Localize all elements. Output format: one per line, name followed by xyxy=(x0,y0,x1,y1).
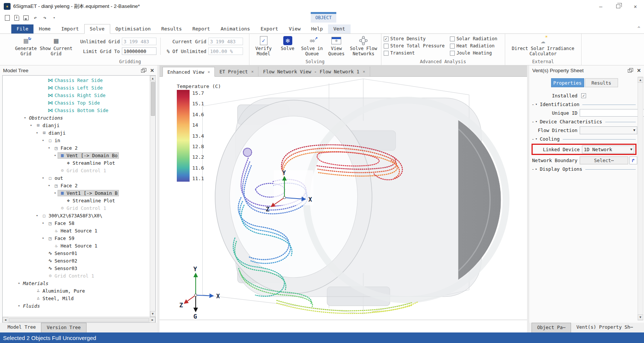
bottom-tab-model-tree[interactable]: Model Tree xyxy=(2,323,41,332)
tree-item[interactable]: ▾☐out xyxy=(3,174,150,182)
tree-item[interactable]: ♨Heat Source 1 xyxy=(3,242,150,249)
tree-item[interactable]: ∴Aluminium, Pure xyxy=(3,287,150,294)
flow-direction-select[interactable]: ▼ xyxy=(580,126,637,134)
tree-vertical-scrollbar[interactable]: ▲ ▼ xyxy=(150,76,155,317)
network-boundary-link-icon[interactable]: ↱ xyxy=(629,156,637,164)
tree-horizontal-scrollbar[interactable]: ◀ ▶ xyxy=(3,317,155,322)
save-icon[interactable] xyxy=(23,15,29,21)
ribbon-tab-export[interactable]: Export xyxy=(255,24,284,33)
minimize-button[interactable]: — xyxy=(592,0,609,13)
ribbon-button-solve-flow-networks[interactable]: Solve Flow Networks xyxy=(348,35,378,57)
enhanced-view-viewport[interactable]: Y X Z Y X Z G xyxy=(159,77,527,320)
ribbon-button-show-current-grid[interactable]: ▦Show Current Grid xyxy=(38,35,74,57)
bottom-tab[interactable]: Object Pa⋯ xyxy=(532,323,571,332)
scroll-up-icon[interactable]: ▲ xyxy=(150,76,156,81)
scroll-left-icon[interactable]: ◀ xyxy=(3,317,8,323)
scroll-up-icon[interactable]: ▲ xyxy=(638,77,643,83)
tree-item[interactable]: ∿Sensor01 xyxy=(3,249,150,257)
ribbon-tab-solve[interactable]: Solve xyxy=(84,24,110,34)
tree-expand-arrow[interactable]: ▾ xyxy=(52,191,58,195)
tree-item[interactable]: ▾Obstructions xyxy=(3,114,150,121)
checkbox-joule-heating[interactable]: Joule Heating xyxy=(450,50,503,56)
ribbon-button-generate-grid[interactable]: ▦↻Generate Grid xyxy=(14,35,38,57)
checkbox-store-density[interactable]: ✓Store Density xyxy=(384,36,448,41)
tab-properties[interactable]: Properties xyxy=(551,78,584,87)
ribbon-tab-vent[interactable]: Vent xyxy=(328,24,350,33)
tree-item[interactable]: ▾◳Face 2 xyxy=(3,144,150,152)
close-panel-icon[interactable]: ✕ xyxy=(637,68,641,73)
tree-item[interactable]: ✥Streamline Plot xyxy=(3,159,150,167)
linked-device-select[interactable]: 1D Network ▼ xyxy=(582,146,634,153)
scroll-thumb[interactable] xyxy=(151,82,155,116)
tree-item[interactable]: ⋈Chassis Top Side xyxy=(3,99,150,106)
network-boundary-select-button[interactable]: Select⋯ xyxy=(580,156,628,164)
limit-grid-to-input[interactable] xyxy=(122,47,156,55)
view-tab-et-project[interactable]: ET Project× xyxy=(215,67,258,76)
tree-item[interactable]: ▾◳Face 59 xyxy=(3,234,150,242)
tree-item[interactable]: ♨Heat Source 1 xyxy=(3,227,150,234)
tree-item[interactable]: ▾Materials xyxy=(3,279,150,287)
tree-item[interactable]: ⋈Chassis Bottom Side xyxy=(3,106,150,114)
tree-item[interactable]: ▾▦Vent1 [-> Domain B xyxy=(3,189,150,197)
close-panel-icon[interactable]: ✕ xyxy=(150,68,154,73)
tree-item[interactable]: ⋈Chassis Right Side xyxy=(3,91,150,99)
ribbon-button-verify-model[interactable]: ✓Verify Model xyxy=(252,35,276,57)
section-cooling[interactable]: -▾ Cooling xyxy=(532,135,637,143)
tree-expand-arrow[interactable]: ▾ xyxy=(16,304,22,308)
view-tab-enhanced-view[interactable]: Enhanced View× xyxy=(163,67,215,77)
tree-item[interactable]: ▾⊞dianji xyxy=(3,129,150,137)
tree-expand-arrow[interactable]: ▾ xyxy=(40,176,46,180)
checkbox-heat-radiation[interactable]: Heat Radiation xyxy=(450,43,503,49)
ribbon-tab-import[interactable]: Import xyxy=(56,24,84,33)
tree-item[interactable]: ⚙Grid Control 1 xyxy=(3,272,150,279)
checkbox-store-total-pressure[interactable]: Store Total Pressure xyxy=(384,43,448,49)
view-tab-flow-network-view---flow-network-1[interactable]: Flow Network View - Flow Network 1× xyxy=(258,67,370,76)
ribbon-tab-help[interactable]: Help xyxy=(306,24,328,33)
redo-icon[interactable]: ↷ xyxy=(41,15,48,21)
scroll-down-icon[interactable]: ▼ xyxy=(638,314,643,320)
ribbon-tab-animations[interactable]: Animations xyxy=(215,24,255,33)
hscroll-thumb[interactable] xyxy=(9,318,149,322)
unique-id-input[interactable] xyxy=(580,109,644,117)
qat-dropdown-icon[interactable]: ▾ xyxy=(51,15,58,21)
tree-item[interactable]: ⋈Chassis Rear Side xyxy=(3,76,150,84)
tree-expand-arrow[interactable]: ▾ xyxy=(22,116,28,120)
section-identification[interactable]: -▾ Identification xyxy=(532,100,637,108)
tree-expand-arrow[interactable]: ▾ xyxy=(40,236,46,240)
tree-expand-arrow[interactable]: ▾ xyxy=(16,281,22,285)
tree-item[interactable]: ▾▦Vent [-> Domain Bo xyxy=(3,152,150,159)
tree-item[interactable]: ∴Steel, Mild xyxy=(3,294,150,302)
ribbon-tab-results[interactable]: Results xyxy=(156,24,187,33)
tree-expand-arrow[interactable]: ▾ xyxy=(40,138,46,142)
tree-item[interactable]: ⚙Grid Control 1 xyxy=(3,204,150,212)
bottom-tab-version-tree[interactable]: Version Tree xyxy=(41,323,86,332)
ribbon-tab-view[interactable]: View xyxy=(284,24,306,33)
tree-expand-arrow[interactable]: ▾ xyxy=(46,146,52,150)
tree-expand-arrow[interactable]: ▾ xyxy=(28,123,34,127)
section-display-options[interactable]: -▸ Display Options xyxy=(532,165,637,173)
tree-item[interactable]: ✥Streamline Plot xyxy=(3,197,150,204)
tree-item[interactable]: ∿Sensor02 xyxy=(3,257,150,264)
ribbon-button-direct-solar-irradiance-calculator[interactable]: ☁☀Direct Solar Irradiance Calculator xyxy=(510,35,576,57)
tree-item[interactable]: ▾◳Face 58 xyxy=(3,219,150,227)
section-device-characteristics[interactable]: -▾ Device Characteristics xyxy=(532,117,637,126)
tree-item[interactable]: ⚙Grid Control 1 xyxy=(3,167,150,174)
tree-expand-arrow[interactable]: ▾ xyxy=(40,221,46,225)
close-button[interactable]: ✕ xyxy=(627,0,644,13)
scroll-right-icon[interactable]: ▶ xyxy=(150,317,155,323)
ribbon-tab-optimisation[interactable]: Optimisation xyxy=(110,24,156,33)
ribbon-tab-home[interactable]: Home xyxy=(33,24,56,33)
tree-item[interactable]: ▾Fluids xyxy=(3,302,150,310)
tree-expand-arrow[interactable]: ▾ xyxy=(46,184,52,187)
checkbox-solar-radiation[interactable]: Solar Radiation xyxy=(450,36,503,41)
close-tab-icon[interactable]: × xyxy=(363,69,365,74)
tree-item[interactable]: ⋈Chassis Left Side xyxy=(3,84,150,91)
tab-results[interactable]: Results xyxy=(585,78,618,87)
property-sheet-scrollbar[interactable]: ▲ ▼ xyxy=(638,77,643,320)
import-file-icon[interactable]: ↑ xyxy=(13,15,20,21)
tree-expand-arrow[interactable]: ▾ xyxy=(34,214,40,217)
tree-item[interactable]: ▾☐300\X2\673A58F3\X0\ xyxy=(3,212,150,219)
tree-item[interactable]: ▾⊞dianji xyxy=(3,121,150,129)
close-tab-icon[interactable]: × xyxy=(208,70,210,74)
tree-expand-arrow[interactable]: ▾ xyxy=(52,153,58,157)
